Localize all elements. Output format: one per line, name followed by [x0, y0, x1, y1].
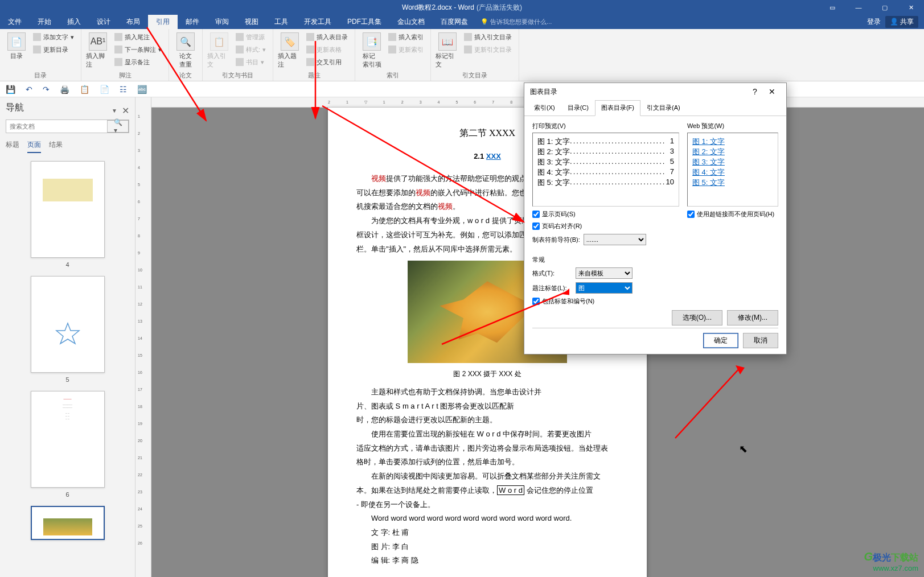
show-notes-icon [114, 58, 122, 66]
undo-icon[interactable]: ↶ [26, 85, 32, 94]
leader-label: 制表符前导符(B): [532, 236, 580, 244]
nav-search-input[interactable] [6, 120, 107, 133]
toc-button[interactable]: 📄目录 [5, 31, 28, 60]
nav-close-icon[interactable]: ✕ [122, 105, 129, 116]
doc-title: Word教程2.docx - Word [402, 3, 474, 13]
tab-review[interactable]: 审阅 [207, 15, 237, 29]
tab-view[interactable]: 视图 [237, 15, 266, 29]
ok-button[interactable]: 确定 [703, 333, 738, 348]
insert-toa-button[interactable]: 插入引文目录 [462, 31, 514, 43]
include-label-checkbox[interactable] [532, 298, 540, 305]
nav-tab-pages[interactable]: 页面 [27, 140, 41, 153]
paragraph: 片、图表或 S m a r t A r t 图形将会更改以匹配新 [356, 399, 618, 414]
close-button[interactable]: ✕ [898, 0, 924, 15]
nav-dropdown-icon[interactable]: ▼ [112, 108, 117, 114]
manage-icon [236, 33, 244, 41]
leader-select[interactable]: ....... [584, 234, 646, 245]
qat-icon-1[interactable]: 🖨️ [60, 85, 69, 94]
format-select[interactable]: 来自模板 [576, 267, 633, 279]
menu-bar: 文件 开始 插入 设计 布局 引用 邮件 审阅 视图 工具 开发工具 PDF工具… [0, 15, 924, 29]
mark-index-icon: 📑 [363, 32, 381, 51]
page-thumbnail[interactable]: ───────────────── ── ── ─6 [9, 391, 126, 498]
hyperlinks-checkbox[interactable] [687, 211, 695, 218]
ribbon-opts-icon[interactable]: ▭ [819, 0, 845, 15]
nav-tab-headings[interactable]: 标题 [6, 140, 19, 153]
insert-footnote-button[interactable]: AB¹插入脚注 [86, 31, 110, 69]
tab-insert[interactable]: 插入 [59, 15, 89, 29]
help-icon[interactable]: ? [746, 87, 763, 96]
page-thumbnail[interactable]: 4 [9, 161, 126, 268]
dialog-close-icon[interactable]: ✕ [763, 87, 781, 96]
redo-icon[interactable]: ↷ [43, 85, 50, 94]
save-icon[interactable]: 💾 [6, 85, 15, 94]
group-citations-label: 引文与书目 [207, 71, 268, 80]
login-link[interactable]: 登录 [867, 17, 881, 27]
dialog-tab-tof[interactable]: 图表目录(F) [595, 100, 640, 116]
update-index-button[interactable]: 更新索引 [386, 44, 426, 55]
insert-table-of-figures-button[interactable]: 插入表目录 [304, 31, 350, 43]
biblio-icon [236, 58, 244, 66]
right-align-checkbox[interactable] [532, 222, 540, 230]
tab-design[interactable]: 设计 [89, 15, 118, 29]
tab-references[interactable]: 引用 [148, 15, 178, 29]
modify-button[interactable]: 修改(M)... [727, 310, 778, 325]
insert-citation-button[interactable]: 📋插入引文 [207, 31, 231, 69]
credit-line: 文 字: 杜 甫 [356, 526, 618, 540]
qat-icon-5[interactable]: 🔤 [137, 85, 147, 94]
qat-icon-2[interactable]: 📋 [80, 85, 89, 94]
paragraph: 适应文档的方式，请单击该图片，图片旁边将会显示布局选项按钮。当处理表 [356, 442, 618, 456]
print-preview-box: 图 1: 文字..............................1图 … [532, 133, 679, 207]
tab-baidu[interactable]: 百度网盘 [433, 15, 476, 29]
tab-developer[interactable]: 开发工具 [296, 15, 339, 29]
credit-line: 编 辑: 李 商 隐 [356, 554, 618, 568]
qat-icon-3[interactable]: 📄 [100, 85, 109, 94]
update-table-button[interactable]: 更新表格 [304, 44, 350, 55]
citation-icon: 📋 [210, 32, 228, 51]
mark-citation-button[interactable]: 📖标记引文 [436, 31, 459, 69]
page-thumbnail[interactable] [9, 506, 126, 540]
add-text-button[interactable]: 添加文字 ▾ [31, 31, 76, 43]
manage-sources-button[interactable]: 管理源 [233, 31, 268, 43]
tab-mailings[interactable]: 邮件 [178, 15, 207, 29]
search-icon[interactable]: 🔍 ▾ [107, 120, 129, 133]
update-toc-button[interactable]: 更新目录 [31, 44, 76, 55]
cross-reference-button[interactable]: 交叉引用 [304, 56, 350, 68]
qat-icon-4[interactable]: ☷ [120, 85, 127, 94]
show-notes-button[interactable]: 显示备注 [112, 56, 164, 68]
minimize-button[interactable]: — [845, 0, 872, 15]
group-footnotes-label: 脚注 [86, 71, 164, 80]
dialog-tab-toa[interactable]: 引文目录(A) [640, 100, 687, 116]
insert-caption-button[interactable]: 🏷️插入题注 [278, 31, 302, 69]
dialog-tab-index[interactable]: 索引(X) [528, 100, 561, 116]
bibliography-button[interactable]: 书目 ▾ [233, 56, 268, 68]
paper-check-button[interactable]: 🔍论文 查重 [174, 31, 198, 69]
tab-kingsoft[interactable]: 金山文档 [389, 15, 433, 29]
nav-tab-results[interactable]: 结果 [49, 140, 63, 153]
page-thumbnail[interactable]: 5 [9, 276, 126, 383]
insert-endnote-button[interactable]: 插入尾注 [112, 31, 164, 43]
options-button[interactable]: 选项(O)... [672, 310, 722, 325]
tell-me-input[interactable]: 💡 告诉我您想要做什么... [481, 18, 552, 26]
tab-pdf[interactable]: PDF工具集 [339, 15, 389, 29]
tab-home[interactable]: 开始 [30, 15, 59, 29]
next-footnote-button[interactable]: 下一条脚注 ▾ [112, 44, 164, 55]
maximize-button[interactable]: ▢ [872, 0, 898, 15]
share-button[interactable]: 👤 共享 [885, 16, 918, 28]
mark-index-button[interactable]: 📑标记 索引项 [360, 31, 384, 69]
show-pages-checkbox[interactable] [532, 211, 540, 218]
update-toa-button[interactable]: 更新引文目录 [462, 44, 514, 55]
xref-icon [306, 58, 314, 66]
caption-icon: 🏷️ [281, 32, 299, 51]
group-paper-label: 论文 [174, 71, 198, 80]
insert-index-button[interactable]: 插入索引 [386, 31, 426, 43]
activation-status: (产品激活失败) [477, 3, 522, 13]
tab-layout[interactable]: 布局 [118, 15, 148, 29]
nav-title: 导航 [6, 102, 112, 114]
style-dropdown[interactable]: 样式: ▾ [233, 44, 268, 55]
cancel-button[interactable]: 取消 [743, 333, 778, 348]
tab-file[interactable]: 文件 [0, 15, 30, 29]
tab-tools[interactable]: 工具 [266, 15, 296, 29]
caption-label-select[interactable]: 图 [576, 282, 633, 294]
dialog-tab-toc[interactable]: 目录(C) [561, 100, 595, 116]
paragraph: 主题和样式也有助于文档保持协调。当您单击设计并 [356, 385, 618, 399]
